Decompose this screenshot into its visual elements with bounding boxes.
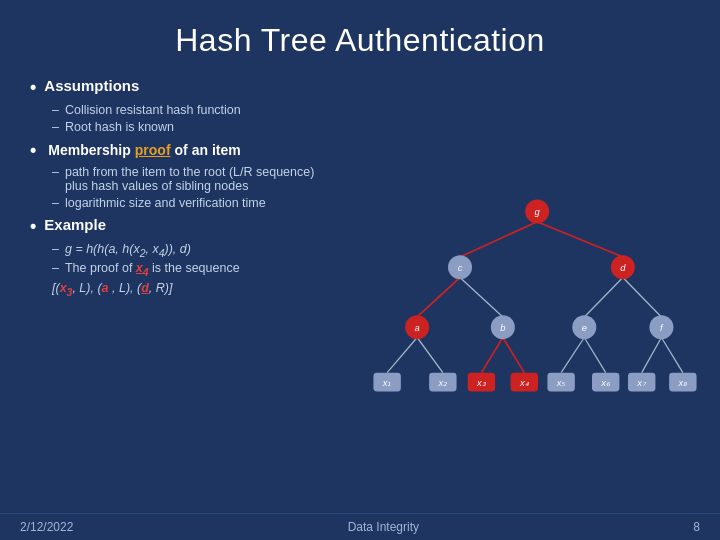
example-label: Example: [44, 216, 106, 233]
membership-sub2: logarithmic size and verification time: [52, 196, 340, 210]
content-area: • Assumptions Collision resistant hash f…: [0, 69, 720, 529]
line-e-x5: [561, 338, 584, 373]
assumption-sub2-text: Root hash is known: [65, 120, 174, 134]
line-b-x3: [481, 338, 502, 373]
assumption-sub2: Root hash is known: [52, 120, 340, 134]
leaf-x1-label: x₁: [382, 377, 392, 388]
assumption-sub1-text: Collision resistant hash function: [65, 103, 241, 117]
leaf-x3-label: x₃: [476, 377, 487, 388]
line-d-e: [584, 278, 623, 317]
line-f-x7: [642, 338, 662, 373]
leaf-x6-label: x₆: [600, 377, 611, 388]
assumptions-heading: • Assumptions: [30, 77, 340, 99]
node-g-label: g: [535, 206, 541, 217]
footer-page: 8: [693, 520, 700, 534]
example-section: • Example g = h(h(a, h(x2, x4)), d) The …: [30, 216, 340, 297]
membership-sub1-text: path from the item to the root (L/R sequ…: [65, 165, 340, 193]
node-e-label: e: [582, 322, 587, 333]
line-g-d: [537, 222, 623, 257]
membership-heading: • Membership proof of an item: [30, 140, 340, 162]
line-a-x2: [417, 338, 443, 373]
membership-label-post: of an item: [175, 142, 241, 158]
node-d-label: d: [620, 262, 626, 273]
line-f-x8: [661, 338, 682, 373]
assumptions-label: Assumptions: [44, 77, 139, 94]
slide-title: Hash Tree Authentication: [0, 0, 720, 69]
leaf-x4-label: x₄: [519, 377, 529, 388]
line-c-a: [417, 278, 460, 317]
membership-section: • Membership proof of an item path from …: [30, 140, 340, 211]
slide: Hash Tree Authentication • Assumptions C…: [0, 0, 720, 540]
example-formula-text: g = h(h(a, h(x2, x4)), d): [65, 242, 191, 259]
assumptions-section: • Assumptions Collision resistant hash f…: [30, 77, 340, 134]
footer: 2/12/2022 Data Integrity 8: [0, 513, 720, 540]
footer-date: 2/12/2022: [20, 520, 73, 534]
example-sequence: [(x3, L), (a , L), (d, R)]: [52, 281, 340, 298]
node-a-label: a: [415, 322, 420, 333]
line-c-b: [460, 278, 503, 317]
left-panel: • Assumptions Collision resistant hash f…: [30, 69, 340, 529]
bullet-dot-3: •: [30, 216, 36, 238]
footer-center: Data Integrity: [348, 520, 419, 534]
example-formula-line: g = h(h(a, h(x2, x4)), d): [52, 242, 340, 259]
line-a-x1: [387, 338, 417, 373]
leaf-x7-label: x₇: [636, 377, 647, 388]
line-g-c: [460, 222, 537, 257]
leaf-x2-label: x₂: [438, 377, 448, 388]
node-c-label: c: [458, 262, 463, 273]
leaf-x8-label: x₈: [678, 377, 689, 388]
assumption-sub1: Collision resistant hash function: [52, 103, 340, 117]
example-heading: • Example: [30, 216, 340, 238]
tree-area: g c d a b e f x₁: [340, 74, 700, 529]
membership-proof-word: proof: [135, 142, 171, 158]
bullet-dot-2: •: [30, 140, 36, 162]
membership-sub2-text: logarithmic size and verification time: [65, 196, 266, 210]
example-proof-line: The proof of x4 is the sequence: [52, 261, 340, 278]
membership-sub1: path from the item to the root (L/R sequ…: [52, 165, 340, 193]
bullet-dot-1: •: [30, 77, 36, 99]
leaf-x5-label: x₅: [556, 377, 566, 388]
line-b-x4: [503, 338, 524, 373]
node-b-label: b: [500, 322, 505, 333]
example-proof-text: The proof of x4 is the sequence: [65, 261, 240, 278]
membership-label-pre: Membership: [48, 142, 130, 158]
line-d-f: [623, 278, 662, 317]
line-e-x6: [584, 338, 605, 373]
tree-svg: g c d a b e f x₁: [340, 74, 700, 529]
